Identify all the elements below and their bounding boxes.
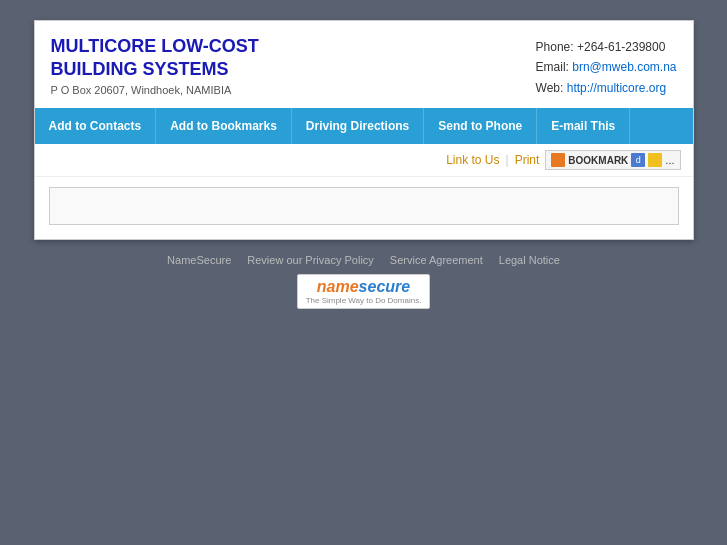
header-left: MULTICORE LOW-COST BUILDING SYSTEMS P O … <box>51 35 351 96</box>
content-box <box>49 187 679 225</box>
header: MULTICORE LOW-COST BUILDING SYSTEMS P O … <box>35 21 693 108</box>
footer-link-legal[interactable]: Legal Notice <box>499 254 560 266</box>
bookmark-blue-icon: d <box>631 153 645 167</box>
footer-links: NameSecure Review our Privacy Policy Ser… <box>34 254 694 266</box>
bookmark-more[interactable]: ... <box>665 154 674 166</box>
namesecure-name-part: name <box>317 278 359 295</box>
web-line: Web: http://multicore.org <box>536 78 677 98</box>
print-link[interactable]: Print <box>515 153 540 167</box>
actions-bar: Link to Us | Print BOOKMARK d ... <box>35 144 693 177</box>
phone-label: Phone: <box>536 40 574 54</box>
nav-email-this[interactable]: E-mail This <box>537 108 630 144</box>
nav-driving-directions[interactable]: Driving Directions <box>292 108 424 144</box>
namesecure-text: namesecure <box>306 278 422 296</box>
footer-link-namesecure[interactable]: NameSecure <box>167 254 231 266</box>
footer: NameSecure Review our Privacy Policy Ser… <box>34 254 694 309</box>
phone-line: Phone: +264-61-239800 <box>536 37 677 57</box>
namesecure-secure-part: secure <box>359 278 411 295</box>
nav-add-contacts[interactable]: Add to Contacts <box>35 108 157 144</box>
email-link[interactable]: brn@mweb.com.na <box>572 60 676 74</box>
nav-bar: Add to Contacts Add to Bookmarks Driving… <box>35 108 693 144</box>
link-to-us[interactable]: Link to Us <box>446 153 499 167</box>
bookmark-label: BOOKMARK <box>568 155 628 166</box>
company-name: MULTICORE LOW-COST BUILDING SYSTEMS <box>51 35 351 80</box>
nav-add-bookmarks[interactable]: Add to Bookmarks <box>156 108 292 144</box>
footer-link-privacy[interactable]: Review our Privacy Policy <box>247 254 374 266</box>
phone-value: +264-61-239800 <box>577 40 665 54</box>
namesecure-logo[interactable]: namesecure The Simple Way to Do Domains. <box>297 274 431 309</box>
nav-send-to-phone[interactable]: Send to Phone <box>424 108 537 144</box>
namesecure-tagline: The Simple Way to Do Domains. <box>306 296 422 305</box>
footer-link-service[interactable]: Service Agreement <box>390 254 483 266</box>
bookmark-widget[interactable]: BOOKMARK d ... <box>545 150 680 170</box>
main-card: MULTICORE LOW-COST BUILDING SYSTEMS P O … <box>34 20 694 240</box>
email-label: Email: <box>536 60 569 74</box>
header-right: Phone: +264-61-239800 Email: brn@mweb.co… <box>536 35 677 98</box>
company-address: P O Box 20607, Windhoek, NAMIBIA <box>51 84 351 96</box>
content-area <box>35 177 693 239</box>
email-line: Email: brn@mweb.com.na <box>536 57 677 77</box>
web-link[interactable]: http://multicore.org <box>567 81 666 95</box>
web-label: Web: <box>536 81 564 95</box>
bookmark-orange-icon <box>551 153 565 167</box>
bookmark-yellow-icon <box>648 153 662 167</box>
separator: | <box>506 153 509 167</box>
